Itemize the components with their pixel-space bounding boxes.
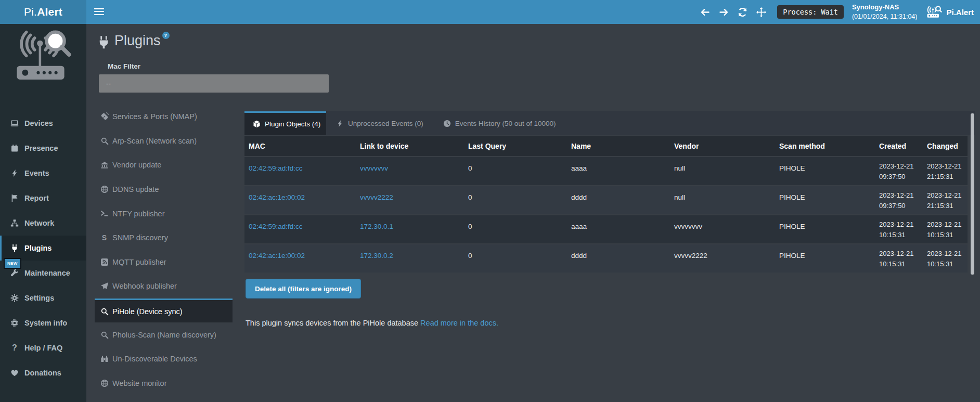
host-name: Synology-NAS xyxy=(852,2,918,12)
tab-events-history[interactable]: Events History (50 out of 10000) xyxy=(433,111,566,135)
plugin-nav-item-pihole-device-sync[interactable]: PiHole (Device sync) xyxy=(95,299,233,323)
bolt-icon xyxy=(336,120,344,127)
clock-icon xyxy=(443,120,451,127)
app-logo[interactable]: Pi.Alert xyxy=(0,0,86,24)
cell-link-to-device: 172.30.0.2 xyxy=(360,244,468,273)
plugin-nav-item-vendor-update[interactable]: Vendor update xyxy=(95,153,233,177)
tab-plugin-objects[interactable]: Plugin Objects (4) xyxy=(244,111,326,135)
cell-last-query: 0 xyxy=(468,215,571,243)
device-link[interactable]: vvvvv2222 xyxy=(360,193,393,201)
device-link[interactable]: vvvvvvvv xyxy=(360,164,388,172)
search-icon xyxy=(100,137,109,145)
cell-changed: 2023-12-2121:15:31 xyxy=(927,186,968,214)
column-header-created[interactable]: Created xyxy=(879,136,927,156)
search-icon xyxy=(100,307,109,316)
cell-last-query: 0 xyxy=(468,186,571,214)
cell-vendor: vvvvv2222 xyxy=(674,244,779,273)
cell-created: 2023-12-2109:37:50 xyxy=(879,157,927,185)
heart-icon xyxy=(9,369,20,377)
plugin-nav-item-website-monitor[interactable]: Website monitor xyxy=(95,371,233,396)
flag-icon xyxy=(9,194,20,202)
cell-created: 2023-12-2110:15:31 xyxy=(879,215,927,243)
cell-vendor: vvvvvvvv xyxy=(674,215,779,243)
topbar: Pi.Alert Process: Wait Synology-NAS (01/… xyxy=(0,0,980,24)
bank-icon xyxy=(100,161,109,169)
docs-link[interactable]: Read more in the docs. xyxy=(420,319,498,327)
refresh-icon[interactable] xyxy=(738,7,747,17)
binoculars-icon xyxy=(100,355,109,363)
device-link[interactable]: 172.30.0.1 xyxy=(360,223,393,230)
mac-link[interactable]: 02:42:ac:1e:00:02 xyxy=(249,193,305,201)
plugin-nav-item-services-ports-nmap[interactable]: Services & Ports (NMAP) xyxy=(95,105,233,129)
topbar-brand-label: Pi.Alert xyxy=(946,8,974,17)
sitemap-icon xyxy=(9,219,20,227)
plugin-nav-item-mqtt-publisher[interactable]: MQTT publisher xyxy=(95,250,233,275)
cell-link-to-device: vvvvv2222 xyxy=(360,186,468,214)
app-logo-prefix: Pi. xyxy=(24,6,37,18)
move-icon[interactable] xyxy=(756,7,766,17)
tab-unprocessed-events[interactable]: Unprocessed Events (0) xyxy=(326,111,433,135)
sidebar-item-help-faq[interactable]: ?Help / FAQ xyxy=(0,335,86,360)
plugin-nav-item-snmp-discovery[interactable]: SSNMP discovery xyxy=(95,226,233,250)
sidebar-item-presence[interactable]: Presence xyxy=(0,136,86,161)
sidebar-item-network[interactable]: Network xyxy=(0,211,86,236)
cell-created: 2023-12-2109:37:50 xyxy=(879,186,927,214)
back-arrow-icon[interactable] xyxy=(700,7,710,17)
cell-scan-method: PIHOLE xyxy=(779,215,879,243)
column-header-changed[interactable]: Changed xyxy=(927,136,968,156)
mac-filter-input[interactable] xyxy=(99,74,329,93)
cell-changed: 2023-12-2110:15:31 xyxy=(927,244,968,273)
host-time: (01/01/2024, 11:31:04) xyxy=(852,12,918,22)
plugin-nav-item-arp-scan[interactable]: Arp-Scan (Network scan) xyxy=(95,129,233,153)
help-badge[interactable]: ? xyxy=(162,32,170,39)
sidebar-item-donations[interactable]: Donations xyxy=(0,360,86,385)
device-link[interactable]: 172.30.0.2 xyxy=(360,252,393,260)
wrench-icon xyxy=(9,269,20,277)
column-header-vendor[interactable]: Vendor xyxy=(674,136,779,156)
table-row: 02:42:59:ad:fd:cc 172.30.0.1 0 aaaa vvvv… xyxy=(244,215,968,243)
calendar-icon xyxy=(9,144,20,152)
cell-name: dddd xyxy=(571,244,674,273)
host-info: Synology-NAS (01/01/2024, 11:31:04) xyxy=(852,2,918,22)
sidebar-item-system-info[interactable]: System info xyxy=(0,310,86,335)
sidebar-item-plugins[interactable]: Plugins xyxy=(0,236,86,261)
cell-vendor: null xyxy=(674,157,779,185)
satellite-dish-icon xyxy=(100,112,109,121)
laptop-icon xyxy=(9,119,20,127)
tab-bar: Plugin Objects (4) Unprocessed Events (0… xyxy=(244,111,975,135)
cell-mac: 02:42:59:ad:fd:cc xyxy=(244,157,360,185)
sidebar-item-devices[interactable]: Devices xyxy=(0,111,86,136)
mac-link[interactable]: 02:42:59:ad:fd:cc xyxy=(249,223,303,230)
process-status-badge: Process: Wait xyxy=(777,5,844,19)
cell-last-query: 0 xyxy=(468,244,571,273)
column-header-mac[interactable]: MAC xyxy=(244,136,360,156)
mac-link[interactable]: 02:42:59:ad:fd:cc xyxy=(249,164,303,172)
cell-changed: 2023-12-2121:15:31 xyxy=(927,157,968,185)
cell-created: 2023-12-2110:15:31 xyxy=(879,244,927,273)
column-header-name[interactable]: Name xyxy=(571,136,674,156)
terminal-icon xyxy=(100,210,109,218)
main-content: Plugins ? Mac Filter Services & Ports (N… xyxy=(86,24,980,402)
s-letter-icon: S xyxy=(100,234,109,241)
plugin-nav-item-webhook-publisher[interactable]: Webhook publisher xyxy=(95,274,233,299)
sidebar-menu: Devices Presence Events Report Network P… xyxy=(0,111,86,385)
column-header-scan-method[interactable]: Scan method xyxy=(779,136,879,156)
sidebar-item-report[interactable]: Report xyxy=(0,186,86,211)
router-icon xyxy=(926,6,942,18)
sidebar-item-settings[interactable]: Settings xyxy=(0,286,86,310)
forward-arrow-icon[interactable] xyxy=(719,7,729,17)
sidebar-item-events[interactable]: Events xyxy=(0,161,86,186)
delete-all-button[interactable]: Delete all (filters are ignored) xyxy=(246,279,361,299)
plugin-nav-item-un-discoverable-devices[interactable]: Un-Discoverable Devices xyxy=(95,347,233,371)
plugin-nav-item-ddns-update[interactable]: DDNS update xyxy=(95,177,233,202)
cell-mac: 02:42:ac:1e:00:02 xyxy=(244,244,360,273)
plugin-nav-item-pholus-scan[interactable]: Pholus-Scan (Name discovery) xyxy=(95,322,233,347)
plugin-nav-item-ntfy-publisher[interactable]: NTFY publisher xyxy=(95,201,233,226)
column-header-link[interactable]: Link to device xyxy=(360,136,468,156)
plug-icon xyxy=(9,244,20,252)
mac-link[interactable]: 02:42:ac:1e:00:02 xyxy=(249,252,305,260)
column-header-last-query[interactable]: Last Query xyxy=(468,136,571,156)
table-scrollbar[interactable] xyxy=(971,113,974,275)
cube-icon xyxy=(253,120,261,128)
menu-toggle-icon[interactable] xyxy=(94,8,104,16)
